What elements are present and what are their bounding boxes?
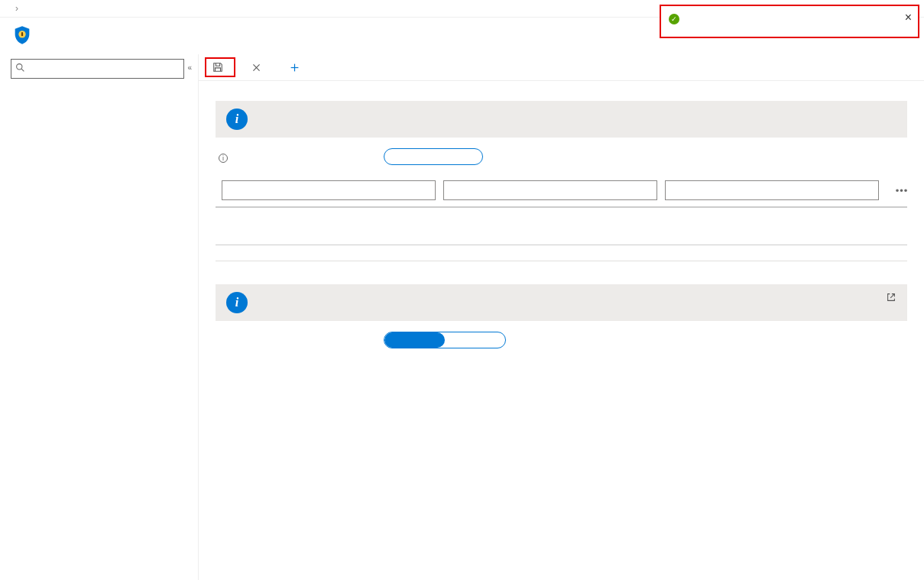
vnet-grid-header [216, 231, 907, 245]
svg-point-3 [17, 64, 22, 70]
info-icon: i [226, 109, 248, 130]
toolbar [199, 54, 924, 81]
info-icon: i [226, 292, 248, 313]
success-icon: ✓ [669, 14, 679, 24]
ssl-disabled [445, 332, 505, 348]
main-content: i i [199, 54, 924, 580]
svg-line-4 [21, 69, 24, 71]
discard-button[interactable] [245, 59, 272, 76]
sidebar: « [0, 54, 199, 580]
info-small-icon[interactable]: i [219, 154, 228, 163]
discard-icon [251, 62, 261, 73]
allow-azure-toggle[interactable] [384, 148, 483, 165]
ssl-info: i [216, 284, 907, 321]
breadcrumb-sep: › [15, 3, 18, 14]
vnet-no-results [216, 245, 907, 261]
rule-name-input[interactable] [222, 180, 436, 200]
ssl-enabled [384, 332, 445, 348]
add-client-ip-button[interactable] [283, 59, 310, 76]
plus-icon [289, 62, 300, 73]
firewall-info: i [216, 101, 907, 138]
external-link-icon[interactable] [886, 292, 896, 303]
end-ip-input[interactable] [665, 180, 879, 200]
search-icon [15, 63, 25, 73]
start-ip-input[interactable] [443, 180, 657, 200]
allow-azure-label: i [216, 151, 376, 163]
firewall-grid: ••• [216, 176, 907, 208]
save-icon [212, 62, 223, 73]
new-row-menu[interactable]: ••• [887, 185, 917, 196]
shield-icon [11, 24, 34, 47]
save-button[interactable] [206, 59, 234, 76]
svg-point-2 [21, 32, 23, 34]
enforce-ssl-toggle[interactable] [384, 332, 506, 348]
search-input[interactable] [11, 59, 184, 79]
notification-toast: × ✓ [660, 5, 919, 38]
collapse-icon[interactable]: « [187, 63, 192, 72]
close-icon[interactable]: × [905, 11, 912, 24]
